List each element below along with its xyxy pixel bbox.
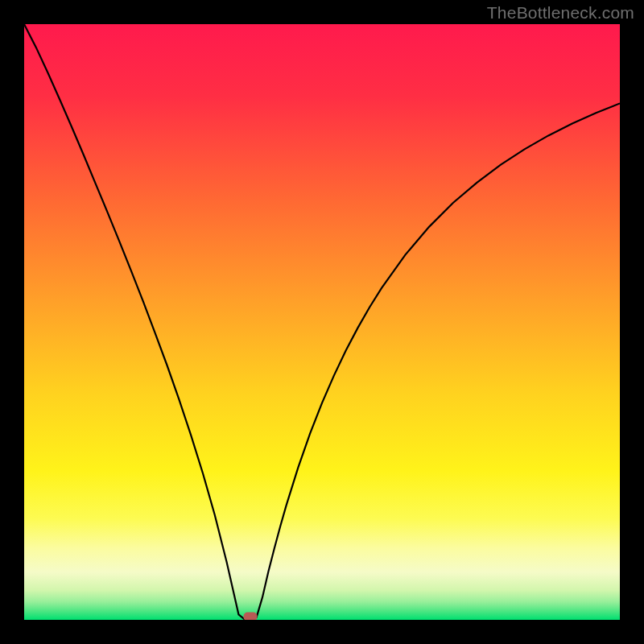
watermark-text: TheBottleneck.com [487,3,634,23]
optimum-marker [244,613,258,620]
chart-frame: TheBottleneck.com [0,0,644,644]
bottleneck-curve [24,24,620,620]
curve-path [24,24,620,620]
plot-area [24,24,620,620]
